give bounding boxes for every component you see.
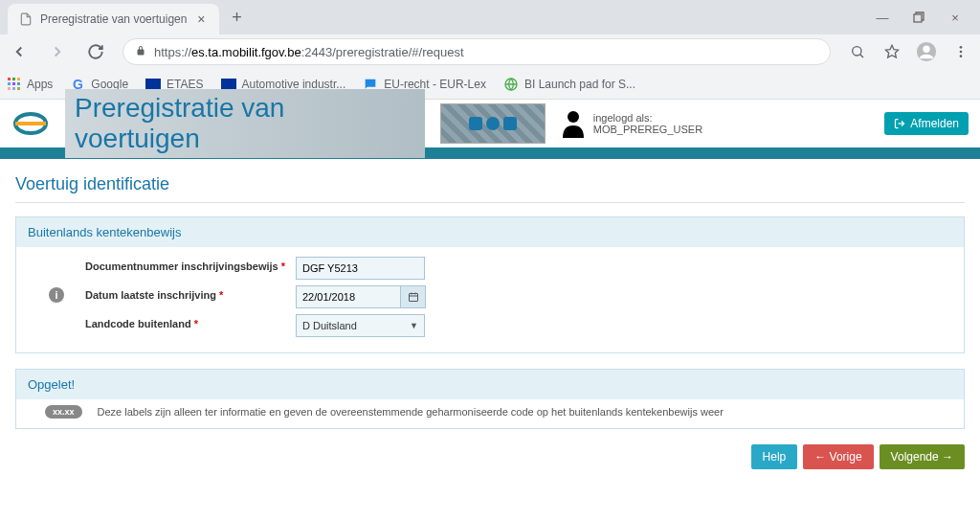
eu-flag-icon	[145, 79, 161, 89]
logged-in-text: ingelogd als: MOB_PREREG_USER	[593, 112, 763, 135]
window-controls: — ×	[873, 8, 972, 27]
forward-button[interactable]	[46, 40, 69, 63]
lock-icon	[135, 45, 146, 59]
date-label: Datum laatste inschrijving *	[85, 285, 296, 301]
close-window-button[interactable]: ×	[946, 8, 965, 27]
apps-icon	[8, 78, 21, 91]
svg-point-5	[923, 46, 929, 53]
main-content: Voertuig identificatie Buitenlands kente…	[0, 159, 980, 492]
docnr-input[interactable]	[296, 257, 425, 280]
page-title: Voertuig identificatie	[15, 174, 965, 203]
row-date: i Datum laatste inschrijving *	[28, 285, 952, 308]
note-text: Deze labels zijn alleen ter informatie e…	[98, 406, 724, 418]
previous-button[interactable]: ← Vorige	[803, 444, 873, 469]
panel-body: Documentnummer inschrijvingsbewijs * i D…	[16, 247, 964, 352]
new-tab-button[interactable]: +	[223, 4, 250, 31]
svg-line-2	[860, 55, 863, 57]
svg-rect-0	[914, 14, 922, 22]
back-button[interactable]	[8, 40, 31, 63]
close-icon[interactable]: ×	[194, 12, 208, 26]
svg-point-1	[853, 47, 861, 56]
app-header: Preregistratie van voertuigen ingelogd a…	[0, 100, 980, 147]
eu-flag-icon	[221, 79, 236, 89]
menu-icon[interactable]	[949, 40, 972, 63]
reload-button[interactable]	[84, 40, 107, 63]
svg-point-8	[960, 55, 963, 57]
app-title: Preregistratie van voertuigen	[75, 93, 284, 153]
country-select[interactable]: D Duitsland ▼	[296, 314, 425, 337]
star-icon[interactable]	[880, 40, 903, 63]
nav-right	[846, 40, 972, 63]
logout-button[interactable]: Afmelden	[884, 112, 969, 135]
browser-chrome: Preregistratie van voertuigen × + — ×	[0, 0, 980, 100]
docnr-label: Documentnummer inschrijvingsbewijs *	[85, 257, 296, 272]
info-icon[interactable]: i	[49, 287, 64, 303]
help-button[interactable]: Help	[751, 444, 798, 469]
panel-attention: Opgelet! xx.xx Deze labels zijn alleen t…	[15, 369, 965, 429]
banner-graphic	[440, 103, 546, 144]
row-country: Landcode buitenland * D Duitsland ▼	[28, 314, 952, 337]
svg-point-6	[960, 46, 963, 49]
browser-tab[interactable]: Preregistratie van voertuigen ×	[8, 4, 219, 34]
calendar-button[interactable]	[401, 285, 426, 308]
user-area: ingelogd als: MOB_PREREG_USER Afmelden	[561, 109, 969, 138]
address-bar[interactable]: https://es.ta.mobilit.fgov.be:2443/prere…	[122, 38, 831, 65]
note-row: xx.xx Deze labels zijn alleen ter inform…	[16, 399, 964, 428]
calendar-icon	[408, 291, 419, 303]
svg-rect-11	[15, 122, 46, 125]
tab-title: Preregistratie van voertuigen	[40, 12, 187, 26]
minimize-button[interactable]: —	[873, 8, 892, 27]
bi-icon	[503, 77, 519, 92]
svg-marker-3	[885, 45, 898, 57]
maximize-button[interactable]	[909, 8, 928, 27]
next-button[interactable]: Volgende →	[880, 444, 965, 469]
action-row: Help ← Vorige Volgende →	[15, 444, 965, 477]
svg-point-12	[568, 111, 579, 123]
svg-rect-14	[409, 294, 417, 302]
date-input[interactable]	[296, 285, 401, 308]
app-logo	[11, 104, 50, 143]
logout-icon	[894, 118, 905, 129]
panel-header: Buitenlands kentekenbewijs	[16, 217, 964, 247]
row-docnr: Documentnummer inschrijvingsbewijs *	[28, 257, 952, 280]
app-title-box: Preregistratie van voertuigen	[65, 89, 425, 158]
user-silhouette-icon	[561, 109, 586, 138]
tab-row: Preregistratie van voertuigen × + — ×	[0, 0, 980, 34]
url-text: https://es.ta.mobilit.fgov.be:2443/prere…	[154, 45, 464, 59]
chevron-down-icon: ▼	[410, 321, 418, 330]
search-icon[interactable]	[846, 40, 869, 63]
panel-header-attention: Opgelet!	[16, 370, 964, 399]
profile-icon[interactable]	[915, 40, 938, 63]
panel-foreign-cert: Buitenlands kentekenbewijs Documentnumme…	[15, 216, 965, 353]
apps-button[interactable]: Apps	[8, 78, 53, 91]
nav-row: https://es.ta.mobilit.fgov.be:2443/prere…	[0, 34, 980, 69]
page-icon	[19, 12, 33, 26]
country-label: Landcode buitenland *	[85, 314, 296, 329]
bookmark-bi-launchpad[interactable]: BI Launch pad for S...	[503, 77, 635, 92]
info-badge: xx.xx	[45, 405, 82, 419]
svg-point-7	[960, 51, 963, 54]
